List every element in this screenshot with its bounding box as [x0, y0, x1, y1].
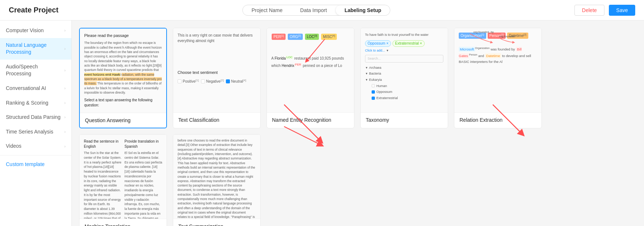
chevron-right-icon: ›	[64, 144, 66, 148]
step-project-name[interactable]: Project Name	[243, 5, 291, 15]
svg-text:org:founded_by: org:founded_by	[473, 30, 494, 34]
sidebar-item-conversational-ai[interactable]: Conversational AI ›	[0, 81, 71, 96]
card-taxonomy[interactable]: To have faith is to trust yourself to th…	[360, 28, 448, 128]
card-title-tc: Text Classification	[173, 112, 260, 127]
step-labeling-setup[interactable]: Labeling Setup	[336, 5, 390, 15]
sidebar-item-nlp[interactable]: Natural Language Processing ›	[0, 38, 71, 60]
steps-nav: Project Name Data Import Labeling Setup	[242, 5, 390, 16]
card-preview-re: Organization[1] Person[2] Datetime[2]	[454, 28, 541, 112]
chevron-right-icon: ›	[64, 115, 66, 119]
cards-grid: Please read the passage The boundary of …	[79, 28, 637, 226]
delete-button[interactable]: Delete	[574, 5, 604, 16]
chevron-right-icon: ›	[64, 29, 66, 33]
save-button[interactable]: Save	[609, 5, 635, 16]
chevron-right-icon: ›	[64, 47, 66, 51]
main-content: Please read the passage The boundary of …	[72, 20, 644, 226]
card-preview-ts: before one chooses to read the entire do…	[173, 135, 260, 219]
chevron-right-icon: ›	[64, 86, 66, 90]
card-title-qa: Question Answering	[80, 113, 166, 128]
header-actions: Delete Save	[574, 5, 635, 16]
card-title-ts: Text Summarization	[173, 219, 260, 226]
sidebar-item-audio-speech[interactable]: Audio/Speech Processing ›	[0, 60, 71, 81]
card-title-re: Relation Extraction	[454, 112, 541, 127]
card-question-answering[interactable]: Please read the passage The boundary of …	[79, 28, 167, 128]
card-ner[interactable]: PER[1] ORG[2] LOC[3] MISC[4] A FloridaLO…	[267, 28, 354, 128]
svg-text:org:founded: org:founded	[499, 35, 515, 38]
card-text-classification[interactable]: This is a very right on case movie that …	[173, 28, 261, 128]
sidebar-item-time-series[interactable]: Time Series Analysis ›	[0, 125, 71, 139]
card-preview-tc: This is a very right on case movie that …	[173, 28, 260, 112]
step-data-import[interactable]: Data Import	[291, 5, 336, 15]
card-title-mt: Machine Translation	[79, 219, 167, 226]
chevron-right-icon: ›	[64, 101, 66, 105]
card-text-summarization[interactable]: before one chooses to read the entire do…	[173, 134, 261, 226]
sidebar-divider	[0, 155, 71, 155]
card-relation-extraction[interactable]: Organization[1] Person[2] Datetime[2]	[454, 28, 542, 128]
chevron-right-icon: ›	[64, 68, 66, 72]
sidebar-item-videos[interactable]: Videos ›	[0, 139, 71, 154]
sidebar-item-structured-data[interactable]: Structured Data Parsing ›	[0, 110, 71, 125]
card-title-ner: Named Entity Recognition	[267, 112, 354, 127]
sidebar-item-ranking-scoring[interactable]: Ranking & Scoring ›	[0, 96, 71, 110]
card-title-taxonomy: Taxonomy	[361, 112, 448, 127]
sidebar: Computer Vision › Natural Language Proce…	[0, 20, 72, 226]
card-preview-qa: Please read the passage The boundary of …	[80, 29, 166, 113]
card-preview-taxonomy: To have faith is to trust yourself to th…	[361, 28, 448, 112]
card-preview-mt: Read the sentence in English The Sun is …	[79, 135, 167, 219]
sidebar-item-computer-vision[interactable]: Computer Vision ›	[0, 23, 71, 38]
card-preview-ner: PER[1] ORG[2] LOC[3] MISC[4] A FloridaLO…	[267, 28, 354, 112]
chevron-right-icon: ›	[64, 130, 66, 134]
card-machine-translation[interactable]: Read the sentence in English The Sun is …	[79, 134, 167, 226]
page-title: Create Project	[9, 6, 59, 14]
custom-template-link[interactable]: Custom template	[0, 157, 71, 172]
